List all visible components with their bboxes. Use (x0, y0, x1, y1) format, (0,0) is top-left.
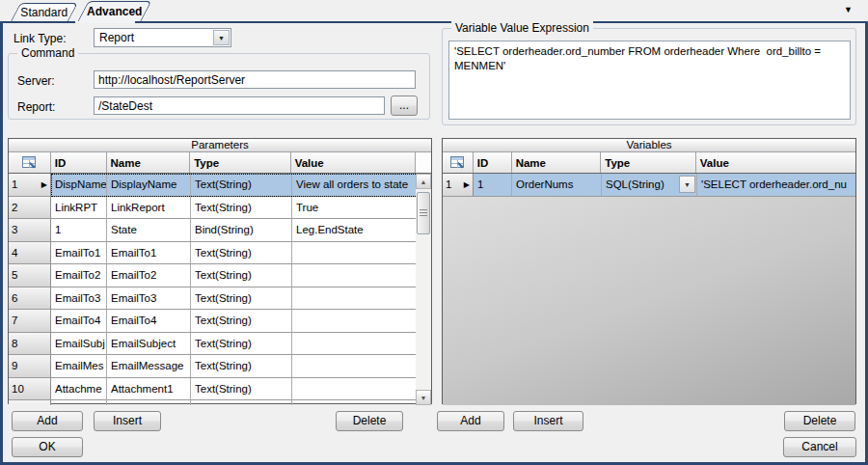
param-row[interactable]: 1▶ DispName DisplayName Text(String) Vie… (9, 174, 418, 197)
expression-textarea[interactable]: 'SELECT orderheader.ord_number FROM orde… (448, 41, 851, 120)
chevron-down-icon[interactable]: ▼ (213, 30, 230, 45)
parameters-add-button[interactable]: Add (12, 411, 83, 431)
row-header[interactable]: 4 (9, 242, 51, 265)
param-cell-value[interactable] (292, 242, 418, 265)
param-cell-type[interactable]: Text(String) (191, 242, 292, 265)
param-cell-name[interactable]: EmailTo2 (107, 264, 191, 287)
parameters-insert-button[interactable]: Insert (94, 411, 161, 431)
report-input[interactable] (94, 96, 385, 115)
param-col-header-name[interactable]: Name (107, 152, 191, 173)
link-type-combobox[interactable]: Report ▼ (94, 28, 231, 47)
param-cell-id[interactable]: EmailTo2 (51, 264, 107, 287)
param-cell-value[interactable] (292, 264, 418, 287)
param-row[interactable]: 6 EmailTo3 EmailTo3 Text(String) (9, 287, 418, 311)
param-cell-value[interactable] (292, 400, 418, 405)
browse-button[interactable]: ... (391, 96, 418, 116)
param-cell-name[interactable]: LinkReport (107, 197, 191, 220)
param-cell-value[interactable]: True (292, 197, 418, 220)
server-input[interactable] (94, 70, 416, 89)
var-cell-type[interactable]: SQL(String) ▼ (602, 174, 697, 197)
param-row[interactable]: 10 Attachme Attachment1 Text(String) (9, 378, 418, 401)
scroll-up-icon[interactable]: ▲ (416, 174, 431, 189)
param-cell-type[interactable]: Text(String) (191, 174, 292, 197)
cancel-button[interactable]: Cancel (783, 437, 856, 457)
param-cell-id[interactable]: EmailTo1 (51, 242, 107, 265)
type-dropdown-icon[interactable]: ▼ (679, 176, 695, 193)
tab-advanced[interactable]: Advanced (77, 1, 151, 21)
param-row[interactable]: 5 EmailTo2 EmailTo2 Text(String) (9, 264, 418, 287)
var-col-header-name[interactable]: Name (512, 152, 602, 173)
param-cell-id[interactable]: EmailSubj (51, 333, 107, 356)
select-all-cell[interactable] (443, 152, 474, 173)
param-cell-id[interactable]: Attachme (51, 378, 107, 401)
row-header[interactable]: 6 (9, 287, 51, 311)
row-header[interactable]: 1▶ (443, 174, 474, 197)
param-cell-type[interactable]: Text(String) (191, 378, 292, 401)
param-cell-id[interactable]: Attachme (51, 400, 107, 405)
param-cell-name[interactable]: Attachment2 (107, 400, 191, 405)
ok-button[interactable]: OK (12, 437, 83, 457)
scrollbar-thumb[interactable] (417, 192, 430, 234)
param-cell-name[interactable]: EmailTo1 (107, 242, 191, 265)
row-header[interactable]: 7 (9, 310, 51, 333)
param-cell-id[interactable]: EmailTo3 (51, 287, 107, 311)
param-cell-value[interactable] (292, 355, 418, 378)
param-cell-type[interactable]: Bind(String) (191, 219, 292, 242)
param-col-header-value[interactable]: Value (291, 152, 416, 173)
param-cell-id[interactable]: 1 (51, 219, 107, 242)
row-header[interactable]: 9 (9, 355, 51, 378)
param-cell-type[interactable]: Text(String) (191, 287, 292, 311)
var-cell-name[interactable]: OrderNums (512, 174, 602, 197)
param-cell-type[interactable]: Text(String) (191, 333, 292, 356)
scroll-down-icon[interactable]: ▼ (416, 390, 431, 405)
param-cell-type[interactable]: Text(String) (191, 400, 292, 405)
param-cell-value[interactable] (292, 310, 418, 333)
var-col-header-id[interactable]: ID (474, 152, 512, 173)
param-cell-value[interactable]: View all orders to state (292, 174, 418, 197)
param-row[interactable]: 11 Attachme Attachment2 Text(String) (9, 400, 418, 405)
variables-add-button[interactable]: Add (437, 411, 504, 431)
parameters-delete-button[interactable]: Delete (336, 411, 403, 431)
var-row[interactable]: 1▶ 1 OrderNums SQL(String) ▼ 'SELECT ord… (443, 174, 855, 197)
var-cell-id[interactable]: 1 (474, 174, 512, 197)
param-cell-id[interactable]: LinkRPT (51, 197, 107, 220)
param-cell-name[interactable]: EmailSubject (107, 333, 191, 356)
param-col-header-type[interactable]: Type (190, 152, 291, 173)
row-header[interactable]: 3 (9, 219, 51, 242)
row-header[interactable]: 10 (9, 378, 51, 401)
param-cell-name[interactable]: Attachment1 (107, 378, 191, 401)
param-col-header-id[interactable]: ID (51, 152, 107, 173)
param-row[interactable]: 7 EmailTo4 EmailTo4 Text(String) (9, 310, 418, 333)
param-cell-value[interactable] (292, 287, 418, 311)
parameters-vertical-scrollbar[interactable]: ▲ ▼ (416, 174, 431, 405)
param-cell-id[interactable]: EmailTo4 (51, 310, 107, 333)
param-cell-id[interactable]: EmailMes (51, 355, 107, 378)
param-row[interactable]: 4 EmailTo1 EmailTo1 Text(String) (9, 242, 418, 265)
param-cell-value[interactable] (292, 378, 418, 401)
param-cell-type[interactable]: Text(String) (191, 355, 292, 378)
param-row[interactable]: 3 1 State Bind(String) Leg.EndState (9, 219, 418, 242)
param-cell-id[interactable]: DispName (51, 174, 107, 197)
var-col-header-type[interactable]: Type (601, 152, 696, 173)
row-header[interactable]: 8 (9, 333, 51, 356)
row-header[interactable]: 11 (9, 400, 51, 405)
param-cell-name[interactable]: EmailTo3 (107, 287, 191, 311)
select-all-cell[interactable] (9, 152, 51, 173)
param-cell-value[interactable] (292, 333, 418, 356)
param-row[interactable]: 8 EmailSubj EmailSubject Text(String) (9, 333, 418, 356)
param-cell-type[interactable]: Text(String) (191, 197, 292, 220)
row-header[interactable]: 1▶ (9, 174, 51, 197)
variables-insert-button[interactable]: Insert (513, 411, 583, 431)
param-row[interactable]: 9 EmailMes EmailMessage Text(String) (9, 355, 418, 378)
param-row[interactable]: 2 LinkRPT LinkReport Text(String) True (9, 197, 418, 220)
param-cell-value[interactable]: Leg.EndState (292, 219, 418, 242)
row-header[interactable]: 5 (9, 264, 51, 287)
row-header[interactable]: 2 (9, 197, 51, 220)
param-cell-name[interactable]: DisplayName (107, 174, 191, 197)
param-cell-type[interactable]: Text(String) (191, 310, 292, 333)
param-cell-type[interactable]: Text(String) (191, 264, 292, 287)
var-cell-value[interactable]: 'SELECT orderheader.ord_nu (697, 174, 855, 197)
param-cell-name[interactable]: State (107, 219, 191, 242)
var-col-header-value[interactable]: Value (696, 152, 855, 173)
variables-delete-button[interactable]: Delete (784, 411, 855, 431)
